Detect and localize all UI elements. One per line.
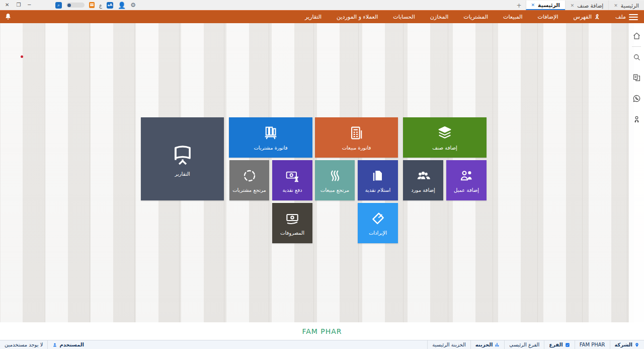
tile-label: إضافة مورد bbox=[411, 187, 435, 193]
theme-toggle[interactable] bbox=[66, 3, 85, 8]
toggle-knob bbox=[67, 4, 71, 7]
menu-additions[interactable]: الإضافات bbox=[538, 14, 558, 20]
tab-close-icon[interactable]: ✕ bbox=[531, 3, 535, 8]
whatsapp-icon[interactable] bbox=[632, 94, 641, 103]
tile-label: إضافة صنف bbox=[432, 145, 457, 151]
tile-sales-return[interactable]: مرتجع مبيعات bbox=[315, 160, 355, 200]
window-controls: ✕ ❐ ─ bbox=[0, 0, 31, 10]
tile-label: فاتورة مشتريات bbox=[254, 145, 287, 151]
layers-icon bbox=[436, 124, 453, 142]
translate-icon[interactable]: ةA bbox=[107, 2, 113, 9]
tab-label: إضافة صنف bbox=[577, 3, 603, 9]
presentation-icon bbox=[170, 142, 196, 168]
menu-accounts[interactable]: الحسابات bbox=[393, 14, 415, 20]
tile-add-item[interactable]: إضافة صنف bbox=[403, 117, 487, 158]
branch-value[interactable]: الفرع الرئيسي bbox=[504, 340, 544, 349]
tag-icon bbox=[370, 211, 386, 227]
statusbar-right-group: الشركة FAM PHAR الفرع الفرع الرئيسي الخز… bbox=[427, 340, 644, 349]
user-icon[interactable]: 👤 bbox=[118, 2, 126, 9]
brand-band: FAM PHAR bbox=[0, 322, 644, 340]
tile-purchase-invoice[interactable]: فاتورة مشتريات bbox=[229, 117, 312, 158]
tab-close-icon[interactable]: ✕ bbox=[571, 3, 575, 8]
tile-add-customer[interactable]: إضافة عميل bbox=[446, 160, 487, 200]
brand-text: FAM PHAR bbox=[302, 327, 342, 335]
location-pin-icon bbox=[634, 342, 639, 347]
menu-purchases[interactable]: المشتريات bbox=[463, 14, 488, 20]
tab-label: الرئيسية bbox=[538, 2, 560, 8]
language-letter: ع bbox=[99, 3, 102, 8]
wave-icon bbox=[327, 168, 343, 184]
dashboard-content: التقارير فاتورة مشتريات فاتورة مبيعات إض… bbox=[0, 23, 644, 322]
menu-sales[interactable]: المبيعات bbox=[503, 14, 522, 20]
people-icon bbox=[458, 168, 474, 184]
menu-customers-suppliers[interactable]: العملاء و الموردين bbox=[337, 14, 378, 20]
tile-add-supplier[interactable]: إضافة مورد bbox=[403, 160, 443, 200]
menu-reports[interactable]: التقارير bbox=[305, 14, 321, 20]
contact-person-icon[interactable] bbox=[632, 114, 641, 124]
tab-home-active[interactable]: الرئيسية ✕ bbox=[526, 1, 565, 10]
tab-label: الرئيسية bbox=[621, 3, 639, 9]
tab-home-right[interactable]: الرئيسية ✕ bbox=[608, 1, 644, 10]
tile-label: التقارير bbox=[175, 171, 190, 177]
treasury-segment[interactable]: الخزينه bbox=[470, 340, 505, 349]
tile-sales-invoice[interactable]: فاتورة مبيعات bbox=[315, 117, 398, 158]
tile-label: مرتجع مشتريات bbox=[232, 187, 266, 193]
ribbon-icon: 🎗 bbox=[594, 14, 600, 20]
close-window-button[interactable]: ✕ bbox=[5, 0, 9, 10]
sync-icon bbox=[242, 168, 258, 184]
right-sidebar bbox=[629, 23, 644, 322]
menu-items: ملف 🎗 الفهرس الإضافات المبيعات المشتريات… bbox=[305, 14, 626, 20]
tile-receive-cash[interactable]: استلام نقدية bbox=[358, 160, 398, 200]
tab-add-item[interactable]: إضافة صنف ✕ bbox=[565, 1, 609, 10]
search-icon[interactable] bbox=[632, 52, 641, 62]
minimize-window-button[interactable]: ─ bbox=[28, 0, 31, 10]
menu-warehouses[interactable]: المخازن bbox=[430, 14, 449, 20]
home-icon[interactable] bbox=[632, 31, 641, 41]
user-person-icon bbox=[52, 342, 57, 347]
company-value[interactable]: FAM PHAR bbox=[575, 340, 610, 349]
search-icon[interactable]: ⌕ bbox=[55, 2, 62, 9]
tile-label: مرتجع مبيعات bbox=[320, 187, 349, 193]
divider bbox=[632, 46, 641, 47]
tile-pay-cash[interactable]: دفع نقدية bbox=[272, 160, 312, 200]
documents-exchange-icon[interactable] bbox=[632, 73, 641, 83]
new-tab-button[interactable]: + bbox=[513, 1, 526, 10]
tile-revenues[interactable]: الإيرادات bbox=[358, 203, 398, 243]
treasury-value[interactable]: الخزينة الرئيسية bbox=[427, 340, 470, 349]
user-value: لا يوجد مستخدمين bbox=[0, 340, 48, 349]
treasury-icon bbox=[495, 342, 500, 347]
main-menubar: ملف 🎗 الفهرس الإضافات المبيعات المشتريات… bbox=[0, 10, 644, 23]
tile-label: المصروفات bbox=[280, 230, 304, 236]
tile-purchase-return[interactable]: مرتجع مشتريات bbox=[229, 160, 269, 200]
tile-label: الإيرادات bbox=[369, 230, 387, 236]
titlebar-quick-icons: ⌕ ع ةA 👤 ⚙ bbox=[55, 0, 136, 10]
tile-reports[interactable]: التقارير bbox=[141, 117, 224, 200]
tile-label: إضافة عميل bbox=[454, 187, 479, 193]
statusbar: الشركة FAM PHAR الفرع الفرع الرئيسي الخز… bbox=[0, 340, 644, 349]
titlebar: ✕ ❐ ─ ⌕ ع ةA 👤 ⚙ الرئيسية ✕ إضافة صنف ✕ … bbox=[0, 0, 644, 10]
pages-icon bbox=[370, 168, 386, 184]
tab-strip: الرئيسية ✕ إضافة صنف ✕ الرئيسية ✕ + bbox=[513, 0, 644, 10]
tile-expenses[interactable]: المصروفات bbox=[272, 203, 312, 243]
hamburger-menu-icon[interactable] bbox=[629, 14, 638, 20]
notes-icon[interactable] bbox=[89, 2, 95, 8]
settings-gear-icon[interactable]: ⚙ bbox=[130, 2, 136, 9]
restore-window-button[interactable]: ❐ bbox=[16, 0, 21, 10]
group-icon bbox=[415, 168, 431, 184]
branch-segment[interactable]: الفرع bbox=[544, 340, 574, 349]
library-icon bbox=[262, 124, 279, 142]
banknote-icon bbox=[284, 211, 300, 227]
tile-label: دفع نقدية bbox=[283, 187, 302, 193]
user-label: المستخدم bbox=[59, 342, 84, 347]
menu-index[interactable]: 🎗 الفهرس bbox=[574, 14, 601, 20]
tab-close-icon[interactable]: ✕ bbox=[614, 3, 618, 8]
statusbar-left-group: لا يوجد مستخدمين المستخدم bbox=[0, 340, 89, 349]
treasury-label: الخزينه bbox=[475, 342, 493, 347]
menu-file[interactable]: ملف bbox=[615, 14, 626, 20]
pay-cash-icon bbox=[284, 168, 300, 184]
company-label: الشركة bbox=[615, 342, 632, 347]
company-segment[interactable]: الشركة bbox=[610, 340, 644, 349]
tile-label: فاتورة مبيعات bbox=[342, 145, 371, 151]
notification-bell-icon[interactable] bbox=[4, 13, 12, 23]
user-segment[interactable]: المستخدم bbox=[48, 340, 88, 349]
